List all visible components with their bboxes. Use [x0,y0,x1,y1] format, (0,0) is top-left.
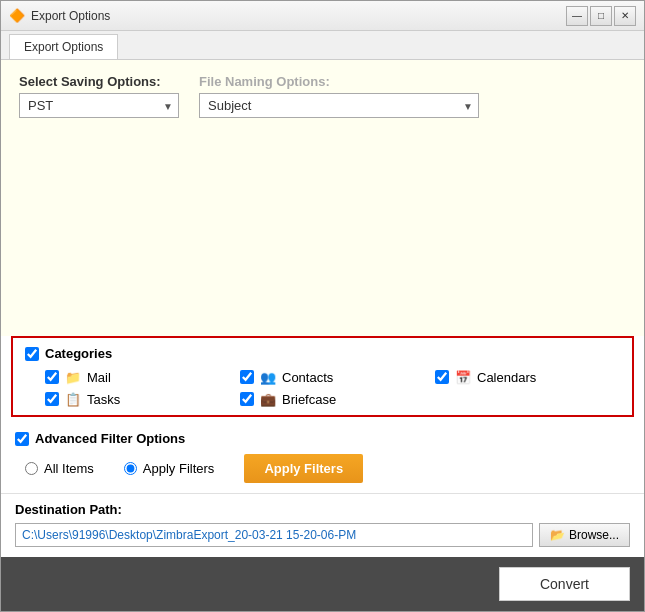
browse-label: Browse... [569,528,619,542]
apply-filters-radio[interactable] [124,462,137,475]
tasks-checkbox[interactable] [45,392,59,406]
categories-section: Categories 📁 Mail 👥 Contacts [11,336,634,417]
list-item: 💼 Briefcase [240,391,425,407]
advanced-filter-checkbox[interactable] [15,432,29,446]
title-bar-left: 🔶 Export Options [9,8,110,24]
file-naming-group: File Naming Options: Subject Date From ▼ [199,74,479,118]
window-controls: — □ ✕ [566,6,636,26]
apply-filters-radio-item: Apply Filters [124,461,215,476]
list-item: 📋 Tasks [45,391,230,407]
saving-options-select-wrapper: PST EML MSG MBOX ▼ [19,93,179,118]
list-item: 👥 Contacts [240,369,425,385]
all-items-label: All Items [44,461,94,476]
briefcase-icon: 💼 [260,391,276,407]
options-row: Select Saving Options: PST EML MSG MBOX … [19,74,626,118]
top-section: Select Saving Options: PST EML MSG MBOX … [1,60,644,336]
categories-header: Categories [25,346,620,361]
destination-label: Destination Path: [15,502,630,517]
categories-checkbox[interactable] [25,347,39,361]
list-item: 📁 Mail [45,369,230,385]
content-area: Select Saving Options: PST EML MSG MBOX … [1,60,644,611]
minimize-button[interactable]: — [566,6,588,26]
advanced-filter-label: Advanced Filter Options [35,431,185,446]
mail-label: Mail [87,370,111,385]
folder-icon: 📂 [550,528,565,542]
browse-button[interactable]: 📂 Browse... [539,523,630,547]
convert-button[interactable]: Convert [499,567,630,601]
maximize-button[interactable]: □ [590,6,612,26]
advanced-filter-section: Advanced Filter Options All Items Apply … [1,425,644,493]
file-naming-label: File Naming Options: [199,74,479,89]
briefcase-checkbox[interactable] [240,392,254,406]
calendars-icon: 📅 [455,369,471,385]
destination-row: 📂 Browse... [15,523,630,547]
close-button[interactable]: ✕ [614,6,636,26]
categories-grid: 📁 Mail 👥 Contacts 📅 Calendars [25,369,620,407]
tasks-label: Tasks [87,392,120,407]
bottom-bar: Convert [1,557,644,611]
contacts-checkbox[interactable] [240,370,254,384]
tab-bar: Export Options [1,31,644,60]
all-items-radio-item: All Items [25,461,94,476]
contacts-icon: 👥 [260,369,276,385]
mail-icon: 📁 [65,369,81,385]
saving-options-select[interactable]: PST EML MSG MBOX [19,93,179,118]
filter-options-row: All Items Apply Filters Apply Filters [15,454,630,483]
contacts-label: Contacts [282,370,333,385]
mail-checkbox[interactable] [45,370,59,384]
tab-export-options[interactable]: Export Options [9,34,118,59]
destination-section: Destination Path: 📂 Browse... [1,493,644,557]
file-naming-select-wrapper: Subject Date From ▼ [199,93,479,118]
apply-filters-button[interactable]: Apply Filters [244,454,363,483]
calendars-checkbox[interactable] [435,370,449,384]
calendars-label: Calendars [477,370,536,385]
saving-options-label: Select Saving Options: [19,74,179,89]
tasks-icon: 📋 [65,391,81,407]
saving-options-group: Select Saving Options: PST EML MSG MBOX … [19,74,179,118]
main-window: 🔶 Export Options — □ ✕ Export Options Se… [0,0,645,612]
window-title: Export Options [31,9,110,23]
title-bar: 🔶 Export Options — □ ✕ [1,1,644,31]
briefcase-label: Briefcase [282,392,336,407]
all-items-radio[interactable] [25,462,38,475]
app-icon: 🔶 [9,8,25,24]
file-naming-select[interactable]: Subject Date From [199,93,479,118]
list-item: 📅 Calendars [435,369,620,385]
destination-path-input[interactable] [15,523,533,547]
apply-filters-radio-label: Apply Filters [143,461,215,476]
advanced-filter-header: Advanced Filter Options [15,431,630,446]
categories-label: Categories [45,346,112,361]
